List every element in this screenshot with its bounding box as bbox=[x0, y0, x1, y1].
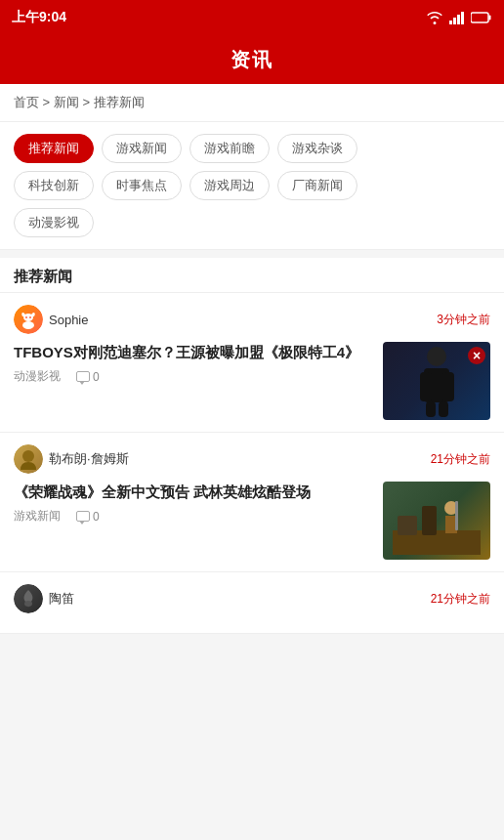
author-name-sophie: Sophie bbox=[49, 313, 88, 327]
news-footer-1: 动漫影视 0 bbox=[14, 368, 373, 385]
tag-recommended-news[interactable]: 推荐新闻 bbox=[14, 134, 94, 163]
tag-current-events[interactable]: 时事焦点 bbox=[102, 171, 182, 200]
avatar-lebron-icon bbox=[18, 448, 39, 470]
svg-point-8 bbox=[25, 316, 27, 318]
signal-icon bbox=[449, 11, 465, 24]
svg-rect-22 bbox=[422, 506, 437, 535]
svg-rect-15 bbox=[426, 401, 436, 417]
breadcrumb: 首页 > 新闻 > 推荐新闻 bbox=[0, 84, 504, 122]
tag-row-1: 推荐新闻 游戏新闻 游戏前瞻 游戏杂谈 bbox=[14, 134, 490, 163]
svg-text:×: × bbox=[473, 348, 481, 363]
svg-rect-21 bbox=[398, 516, 417, 535]
svg-rect-1 bbox=[453, 18, 456, 24]
svg-rect-5 bbox=[489, 16, 491, 21]
news-image-dark-1: × bbox=[383, 342, 490, 420]
news-title-1: TFBOYS对刚范迪塞尔？王源被曝加盟《极限特工4》 bbox=[14, 342, 373, 362]
news-category-2: 游戏新闻 bbox=[14, 508, 61, 525]
svg-rect-25 bbox=[455, 501, 458, 530]
status-time: 上午9:04 bbox=[12, 9, 66, 26]
person-silhouette bbox=[410, 345, 464, 418]
avatar-lebron bbox=[14, 444, 43, 474]
tag-tech-innovation[interactable]: 科技创新 bbox=[14, 171, 94, 200]
svg-point-11 bbox=[427, 347, 446, 366]
news-author-1: Sophie bbox=[14, 305, 88, 334]
tag-anime[interactable]: 动漫影视 bbox=[14, 208, 94, 237]
section-header: 推荐新闻 bbox=[0, 258, 504, 293]
comment-icon-2 bbox=[76, 511, 90, 522]
tag-game-talk[interactable]: 游戏杂谈 bbox=[277, 134, 357, 163]
news-comment-1: 0 bbox=[76, 370, 100, 384]
news-time-3: 21分钟之前 bbox=[431, 591, 490, 608]
news-content-1: TFBOYS对刚范迪塞尔？王源被曝加盟《极限特工4》 动漫影视 0 bbox=[14, 342, 490, 420]
news-time-1: 3分钟之前 bbox=[437, 312, 490, 328]
header-title: 资讯 bbox=[231, 47, 273, 73]
news-image-2 bbox=[383, 482, 490, 560]
news-title-2: 《荣耀战魂》全新中文预告 武林英雄炫酷登场 bbox=[14, 482, 373, 502]
news-category-1: 动漫影视 bbox=[14, 368, 61, 385]
news-author-3: 陶笛 bbox=[14, 584, 74, 613]
comment-icon-1 bbox=[76, 371, 90, 382]
news-item-2[interactable]: 勒布朗·詹姆斯 21分钟之前 《荣耀战魂》全新中文预告 武林英雄炫酷登场 游戏新… bbox=[0, 433, 504, 572]
header: 资讯 bbox=[0, 35, 504, 84]
svg-point-10 bbox=[22, 321, 34, 329]
tag-manufacturer-news[interactable]: 厂商新闻 bbox=[277, 171, 357, 200]
svg-rect-14 bbox=[442, 372, 454, 401]
author-name-tao: 陶笛 bbox=[49, 590, 74, 608]
battery-icon bbox=[471, 12, 492, 23]
news-author-2: 勒布朗·詹姆斯 bbox=[14, 444, 129, 474]
avatar-sophie-icon bbox=[19, 310, 38, 329]
news-text-2: 《荣耀战魂》全新中文预告 武林英雄炫酷登场 游戏新闻 0 bbox=[14, 482, 373, 525]
svg-rect-13 bbox=[420, 372, 432, 401]
news-meta-2: 勒布朗·詹姆斯 21分钟之前 bbox=[14, 444, 490, 474]
tag-row-3: 动漫影视 bbox=[14, 208, 490, 237]
tag-game-news[interactable]: 游戏新闻 bbox=[102, 134, 182, 163]
tag-row-2: 科技创新 时事焦点 游戏周边 厂商新闻 bbox=[14, 171, 490, 200]
avatar-tao bbox=[14, 584, 43, 613]
author-name-lebron: 勒布朗·詹姆斯 bbox=[49, 450, 129, 468]
news-image-1: × bbox=[383, 342, 490, 420]
red-x-mark: × bbox=[467, 346, 486, 365]
status-bar: 上午9:04 bbox=[0, 0, 504, 35]
tag-section: 推荐新闻 游戏新闻 游戏前瞻 游戏杂谈 科技创新 时事焦点 游戏周边 厂商新闻 … bbox=[0, 122, 504, 250]
svg-rect-16 bbox=[439, 401, 448, 417]
news-time-2: 21分钟之前 bbox=[431, 451, 490, 468]
wifi-icon bbox=[426, 11, 443, 24]
news-comment-2: 0 bbox=[76, 510, 100, 524]
tag-game-preview[interactable]: 游戏前瞻 bbox=[189, 134, 270, 163]
news-text-1: TFBOYS对刚范迪塞尔？王源被曝加盟《极限特工4》 动漫影视 0 bbox=[14, 342, 373, 385]
news-list: Sophie 3分钟之前 TFBOYS对刚范迪塞尔？王源被曝加盟《极限特工4》 … bbox=[0, 293, 504, 634]
news-footer-2: 游戏新闻 0 bbox=[14, 508, 373, 525]
svg-rect-6 bbox=[473, 15, 485, 21]
news-item-3[interactable]: 陶笛 21分钟之前 bbox=[0, 572, 504, 634]
svg-rect-2 bbox=[457, 15, 460, 24]
svg-point-19 bbox=[22, 450, 34, 462]
news-meta-3: 陶笛 21分钟之前 bbox=[14, 584, 490, 613]
status-icons bbox=[426, 11, 492, 24]
svg-point-9 bbox=[29, 316, 31, 318]
news-content-2: 《荣耀战魂》全新中文预告 武林英雄炫酷登场 游戏新闻 0 bbox=[14, 482, 490, 560]
svg-rect-0 bbox=[449, 21, 452, 24]
avatar-sophie bbox=[14, 305, 43, 334]
tag-game-peripherals[interactable]: 游戏周边 bbox=[189, 171, 270, 200]
svg-point-26 bbox=[24, 601, 32, 607]
svg-rect-3 bbox=[461, 12, 464, 24]
avatar-tao-icon bbox=[18, 588, 39, 609]
news-item-1[interactable]: Sophie 3分钟之前 TFBOYS对刚范迪塞尔？王源被曝加盟《极限特工4》 … bbox=[0, 293, 504, 433]
news-image-game bbox=[383, 482, 490, 560]
game-scene bbox=[393, 486, 481, 555]
news-meta-1: Sophie 3分钟之前 bbox=[14, 305, 490, 334]
